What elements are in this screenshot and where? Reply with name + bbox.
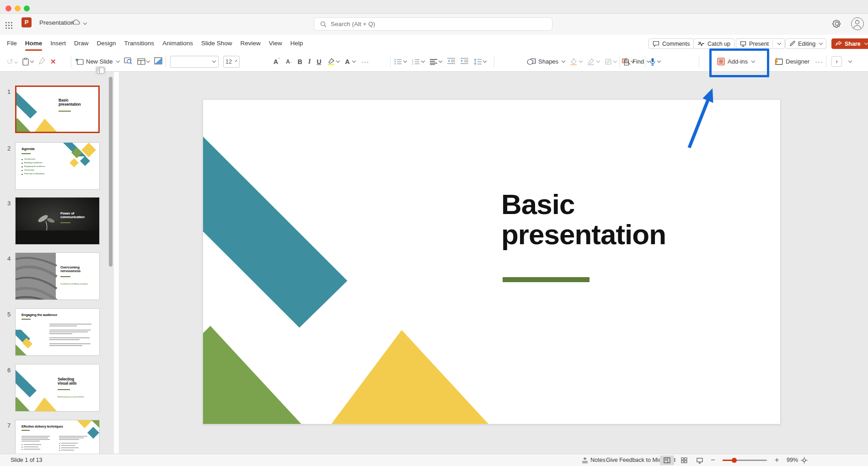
tab-insert[interactable]: Insert — [46, 35, 70, 52]
shrink-font-button[interactable]: Aˇ — [286, 58, 292, 66]
editing-mode-button[interactable]: Editing — [785, 38, 826, 49]
thumbnail-pane-toggle-button[interactable] — [96, 66, 106, 75]
designer-button[interactable]: Designer — [774, 58, 809, 65]
slide-thumbnail-1[interactable]: Basicpresentation — [15, 86, 100, 133]
thumbnail-scrollbar[interactable] — [109, 77, 113, 267]
catch-up-pulse-icon — [697, 41, 705, 47]
zoom-level[interactable]: 99% — [787, 454, 798, 466]
shapes-button[interactable]: Shapes — [527, 58, 565, 65]
tab-help[interactable]: Help — [286, 35, 307, 52]
dictate-button[interactable] — [649, 58, 660, 66]
reuse-slides-button[interactable] — [124, 57, 133, 66]
powerpoint-logo-icon[interactable]: P — [21, 17, 32, 27]
add-ins-grid-icon — [717, 58, 725, 65]
slide-number: 5 — [7, 311, 11, 318]
zoom-window-button[interactable] — [24, 5, 30, 11]
powerpoint-web-window: P Presentation File Home Insert Draw Des… — [0, 0, 868, 466]
present-dropdown-chevron-icon[interactable] — [777, 41, 781, 45]
share-dropdown-chevron-icon[interactable] — [864, 41, 868, 45]
line-spacing-button[interactable] — [474, 59, 486, 65]
present-button[interactable]: Present — [736, 38, 785, 49]
undo-button[interactable]: ↺ — [6, 57, 17, 67]
slide-title-text[interactable]: Basicpresentation — [501, 189, 666, 250]
delete-button[interactable]: ✕ — [50, 58, 56, 66]
slide-thumbnail-4[interactable]: Overcomingnervousness Confidence-buildin… — [15, 252, 100, 300]
share-button[interactable]: Share — [831, 38, 868, 49]
grow-font-button[interactable]: Aˆ — [273, 58, 280, 65]
panel-divider[interactable] — [114, 72, 119, 454]
slide1-art — [16, 87, 98, 132]
slideshow-view-button[interactable] — [692, 455, 707, 465]
align-button[interactable] — [430, 59, 442, 65]
numbering-button[interactable]: 123 — [412, 59, 424, 65]
mac-titlebar — [0, 0, 868, 14]
collapse-ribbon-chevron-icon[interactable] — [848, 59, 852, 63]
decrease-indent-button[interactable] — [447, 58, 455, 66]
shape-fill-button[interactable] — [570, 58, 582, 65]
settings-gear-icon[interactable] — [832, 19, 841, 30]
slide-canvas[interactable]: Basicpresentation — [203, 99, 781, 424]
zoom-slider-thumb[interactable] — [732, 458, 737, 463]
increase-indent-button[interactable] — [461, 58, 468, 66]
format-painter-button[interactable] — [38, 57, 46, 66]
search-box[interactable] — [314, 17, 552, 31]
italic-button[interactable]: I — [308, 58, 311, 65]
account-avatar[interactable] — [851, 17, 864, 30]
slide-layout-button[interactable] — [137, 58, 150, 65]
font-size-combobox[interactable]: 12 — [223, 56, 240, 68]
close-window-button[interactable] — [5, 5, 11, 11]
tab-view[interactable]: View — [265, 35, 286, 52]
tab-review[interactable]: Review — [236, 35, 264, 52]
zoom-out-button[interactable]: − — [711, 454, 715, 466]
tab-design[interactable]: Design — [93, 35, 120, 52]
font-name-combobox[interactable] — [170, 56, 219, 68]
underline-button[interactable]: U — [316, 58, 321, 65]
slide-thumbnail-2[interactable]: Agenda Introduction Building confidence … — [15, 142, 100, 190]
new-slide-button[interactable]: New Slide — [75, 58, 119, 65]
notes-toggle-button[interactable]: Notes — [582, 454, 605, 466]
tab-draw[interactable]: Draw — [70, 35, 93, 52]
minimize-window-button[interactable] — [15, 5, 21, 11]
zoom-in-button[interactable]: + — [775, 454, 779, 466]
slide-number: 4 — [7, 255, 11, 262]
editing-pencil-icon — [789, 41, 795, 47]
editing-dropdown-chevron-icon[interactable] — [819, 41, 823, 45]
app-launcher-icon[interactable] — [5, 22, 12, 29]
font-color-button[interactable]: A — [345, 58, 355, 65]
add-ins-button[interactable]: Add-ins — [717, 58, 755, 65]
line-spacing-icon — [474, 59, 482, 65]
slide-title-underline — [503, 277, 589, 282]
more-commands-button[interactable]: ··· — [815, 58, 823, 65]
shape-effects-button[interactable] — [605, 58, 616, 65]
app-header: P Presentation — [0, 14, 868, 35]
bold-button[interactable]: B — [298, 58, 302, 65]
find-button[interactable]: Find — [624, 58, 650, 65]
normal-view-button[interactable] — [660, 455, 674, 465]
slide-thumbnail-5[interactable]: Engaging the audience — [15, 308, 100, 356]
document-title[interactable]: Presentation — [39, 19, 74, 26]
text-highlight-button[interactable] — [327, 58, 339, 65]
slide-thumbnail-7[interactable]: Effective delivery techniques — [15, 420, 100, 454]
tab-transitions[interactable]: Transitions — [120, 35, 159, 52]
ribbon-toolbar: ↺ ✕ New Slide 12 — [0, 52, 868, 72]
more-font-options-button[interactable]: ··· — [361, 58, 370, 65]
shape-outline-button[interactable] — [587, 58, 600, 65]
slide-thumbnail-6[interactable]: Selectingvisual aids Enhancing your pres… — [15, 364, 100, 412]
tab-slide-show[interactable]: Slide Show — [197, 35, 236, 52]
document-title-chevron-icon[interactable] — [83, 21, 87, 25]
new-slide-icon — [75, 58, 84, 65]
comments-button[interactable]: Comments — [648, 38, 694, 49]
design-ideas-theme-icon[interactable] — [154, 57, 162, 66]
bullets-button[interactable] — [394, 59, 407, 65]
shape-effects-icon — [605, 58, 612, 65]
tab-animations[interactable]: Animations — [158, 35, 197, 52]
tab-file[interactable]: File — [3, 35, 21, 52]
expand-toolbar-button[interactable]: › — [831, 56, 842, 67]
catch-up-button[interactable]: Catch up — [693, 38, 734, 49]
slide-sorter-view-button[interactable] — [677, 455, 691, 465]
search-input[interactable] — [331, 21, 532, 27]
slide-thumbnail-3[interactable]: Power ofcommunication — [15, 197, 100, 245]
paste-button[interactable] — [22, 58, 33, 66]
tab-home[interactable]: Home — [21, 35, 47, 52]
fit-slide-to-window-button[interactable] — [801, 454, 808, 466]
